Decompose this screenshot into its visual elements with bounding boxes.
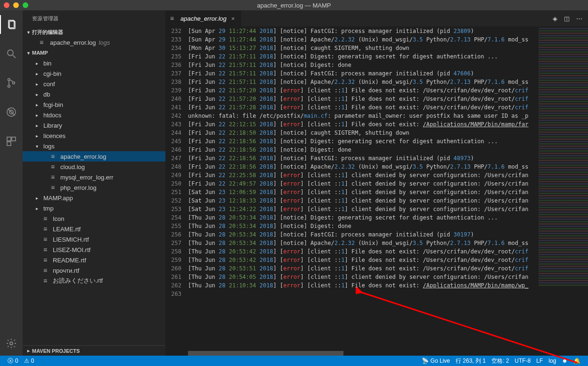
code-editor[interactable]: 2322332342352362372382392402412422432442… — [165, 27, 588, 356]
code-line[interactable]: [Fri Jun 22 22:18:56 2018] [notice] Dige… — [188, 137, 588, 146]
code-line[interactable]: [Thu Jun 28 20:53:34 2018] [notice] Fast… — [188, 230, 588, 239]
code-line[interactable]: [Fri Jun 22 21:57:11 2018] [notice] Dige… — [188, 61, 588, 69]
code-line[interactable]: [Fri Jun 22 22:18:56 2018] [notice] Fast… — [188, 154, 588, 163]
tree-folder[interactable]: ▾logs — [23, 141, 165, 151]
open-editors-header[interactable]: ▾ 打开的编辑器 — [23, 27, 165, 37]
code-line[interactable]: [Fri Jun 22 21:57:20 2018] [error] [clie… — [188, 95, 588, 103]
maven-projects-header[interactable]: ▸ MAVEN PROJECTS — [23, 345, 165, 356]
tree-folder[interactable]: ▸db — [23, 89, 165, 99]
tree-file[interactable]: ≡cloud.log — [23, 162, 165, 172]
activity-bar — [0, 10, 23, 356]
tree-folder[interactable]: ▸cgi-bin — [23, 68, 165, 79]
line-number: 255 — [165, 222, 181, 230]
tree-folder[interactable]: ▸bin — [23, 58, 165, 68]
tree-folder[interactable]: ▸htdocs — [23, 110, 165, 120]
code-line[interactable]: [Fri Jun 22 21:57:11 2018] [notice] Dige… — [188, 52, 588, 61]
code-line[interactable]: [Fri Jun 22 22:18:50 2018] [notice] caug… — [188, 129, 588, 137]
open-editor-item[interactable]: ≡apache_error.log logs — [23, 37, 165, 48]
search-icon[interactable] — [0, 44, 23, 63]
tree-file[interactable]: ≡LIESMICH.rtf — [23, 234, 165, 244]
tree-file[interactable]: ≡mysql_error_log.err — [23, 172, 165, 182]
code-line[interactable]: [Thu Jun 28 20:53:51 2018] [error] [clie… — [188, 264, 588, 273]
code-line[interactable]: [Thu Jun 28 20:53:34 2018] [notice] Apac… — [188, 239, 588, 247]
svg-point-5 — [8, 85, 10, 88]
extensions-icon[interactable] — [0, 132, 23, 151]
split-editor-icon[interactable]: ◫ — [564, 15, 570, 22]
tree-folder[interactable]: ▸fcgi-bin — [23, 99, 165, 110]
code-line[interactable]: [Fri Jun 22 22:25:58 2018] [error] [clie… — [188, 171, 588, 179]
more-actions-icon[interactable]: ⋯ — [576, 15, 582, 22]
language-mode[interactable]: log — [546, 358, 559, 364]
line-number: 252 — [165, 196, 181, 205]
eol[interactable]: LF — [533, 358, 546, 364]
chevron-down-icon: ▾ — [24, 30, 32, 35]
compare-changes-icon[interactable]: ◈ — [553, 15, 557, 22]
code-line[interactable]: [Sat Jun 23 12:06:59 2018] [error] [clie… — [188, 188, 588, 196]
horizontal-scrollbar[interactable] — [188, 351, 518, 356]
notifications-bell-icon[interactable]: 🔔 — [571, 358, 583, 364]
tree-folder[interactable]: ▸conf — [23, 79, 165, 89]
tree-file[interactable]: ≡お読みください.rtf — [23, 276, 165, 286]
source-control-icon[interactable] — [0, 73, 23, 92]
open-editor-dir: logs — [99, 39, 110, 46]
code-line[interactable]: [Thu Jun 28 20:53:34 2018] [notice] Dige… — [188, 222, 588, 230]
tree-file[interactable]: ≡Icon — [23, 213, 165, 224]
scrollbar-thumb[interactable] — [188, 351, 343, 356]
cursor-position[interactable]: 行 263, 列 1 — [453, 357, 489, 365]
code-line[interactable]: [Thu Jun 28 20:53:34 2018] [notice] Dige… — [188, 213, 588, 222]
code-line[interactable]: [Sun Apr 29 11:27:44 2018] [notice] Fast… — [188, 27, 588, 35]
close-tab-icon[interactable]: × — [229, 15, 237, 22]
tree-folder[interactable]: ▸licences — [23, 130, 165, 141]
tree-file[interactable]: ≡README.rtf — [23, 255, 165, 265]
feedback-smiley-icon[interactable]: ☻ — [559, 358, 571, 364]
folder-root-header[interactable]: ▾ MAMP — [23, 48, 165, 58]
chevron-icon: ▸ — [36, 71, 41, 76]
problems-errors[interactable]: ⓧ 0 — [5, 357, 21, 365]
chevron-icon: ▸ — [36, 61, 41, 66]
tab-bar: ≡ apache_error.log × ◈ ◫ ⋯ — [165, 10, 588, 27]
encoding[interactable]: UTF-8 — [512, 358, 533, 364]
code-line[interactable]: [Fri Jun 22 21:57:20 2018] [error] [clie… — [188, 86, 588, 95]
tab-active[interactable]: ≡ apache_error.log × — [165, 10, 241, 26]
code-line[interactable]: [Thu Jun 28 21:10:34 2018] [error] [clie… — [188, 281, 588, 290]
code-line[interactable]: [Fri Jun 22 21:57:28 2018] [error] [clie… — [188, 103, 588, 112]
minimap[interactable] — [539, 27, 588, 286]
code-line[interactable]: [Fri Jun 22 22:12:15 2018] [error] [clie… — [188, 120, 588, 129]
tree-file[interactable]: ≡прочти.rtf — [23, 265, 165, 276]
line-number: 232 — [165, 27, 181, 35]
debug-icon[interactable] — [0, 103, 23, 122]
code-line[interactable]: [Thu Jun 28 20:54:05 2018] [error] [clie… — [188, 273, 588, 281]
code-line[interactable]: [Thu Jun 28 20:53:42 2018] [error] [clie… — [188, 256, 588, 264]
svg-point-6 — [13, 82, 15, 84]
code-line[interactable]: [Fri Jun 22 22:18:56 2018] [notice] Apac… — [188, 163, 588, 171]
tree-file[interactable]: ≡LISEZ-MOI.rtf — [23, 244, 165, 255]
chevron-icon: ▸ — [36, 206, 41, 211]
tree-file[interactable]: ≡php_error.log — [23, 182, 165, 193]
chevron-icon: ▸ — [36, 92, 41, 97]
code-content[interactable]: [Sun Apr 29 11:27:44 2018] [notice] Fast… — [188, 27, 588, 356]
sidebar-title: 资源管理器 — [23, 10, 165, 27]
code-line[interactable]: [Sat Jun 23 12:24:22 2018] [error] [clie… — [188, 205, 588, 213]
code-line[interactable]: [Thu Jun 28 20:53:42 2018] [error] [clie… — [188, 247, 588, 256]
code-line[interactable]: [Fri Jun 22 21:57:11 2018] [notice] Apac… — [188, 78, 588, 86]
code-line[interactable]: [Mon Apr 30 15:13:27 2018] [notice] caug… — [188, 44, 588, 52]
code-line[interactable]: [Sun Apr 29 11:27:44 2018] [notice] Apac… — [188, 35, 588, 44]
settings-gear-icon[interactable] — [0, 334, 23, 353]
go-live-button[interactable]: 📡 Go Live — [419, 358, 453, 364]
code-line[interactable]: [Sat Jun 23 12:18:33 2018] [error] [clie… — [188, 196, 588, 205]
code-line[interactable]: [Fri Jun 22 22:18:56 2018] [notice] Dige… — [188, 146, 588, 154]
explorer-icon[interactable] — [0, 15, 23, 34]
code-line[interactable]: unknown: fatal: file /etc/postfix/main.c… — [188, 112, 588, 120]
code-line[interactable]: [Fri Jun 22 22:49:57 2018] [error] [clie… — [188, 179, 588, 188]
code-line[interactable]: [Fri Jun 22 21:57:11 2018] [notice] Fast… — [188, 69, 588, 78]
tree-item-label: conf — [43, 81, 55, 88]
code-line[interactable] — [188, 290, 588, 298]
tree-folder[interactable]: ▸MAMP.app — [23, 193, 165, 203]
problems-warnings[interactable]: ⚠ 0 — [21, 358, 37, 364]
tree-file[interactable]: ≡LEAME.rtf — [23, 224, 165, 234]
tree-folder[interactable]: ▸tmp — [23, 203, 165, 213]
tree-folder[interactable]: ▸Library — [23, 120, 165, 130]
line-number: 251 — [165, 188, 181, 196]
indentation[interactable]: 空格: 2 — [489, 357, 512, 365]
tree-file[interactable]: ≡apache_error.log — [23, 151, 165, 162]
